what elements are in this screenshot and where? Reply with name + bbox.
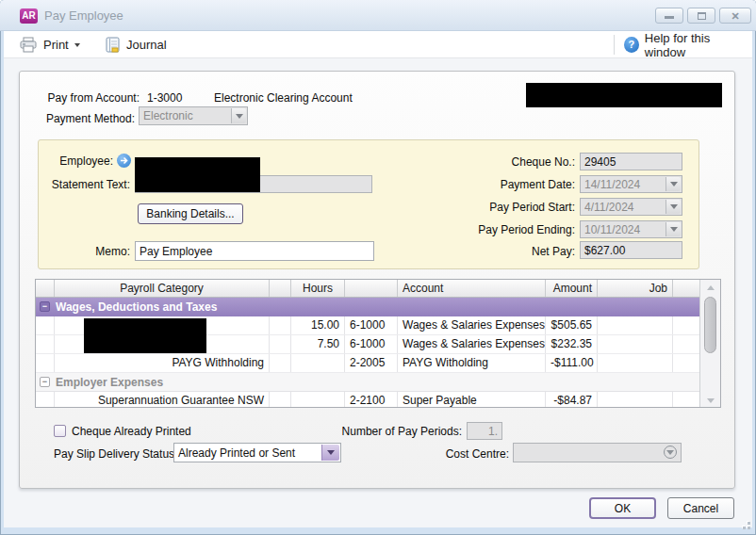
help-icon: ? [624,37,639,53]
close-icon: ✕ [731,10,739,22]
delivery-status-select[interactable]: Already Printed or Sent [173,443,341,462]
collapse-icon[interactable]: − [40,301,50,312]
delivery-status-dropdown-icon[interactable] [321,445,339,461]
employee-label: Employee: [28,154,113,168]
scrollbar-thumb[interactable] [704,297,716,353]
col-job[interactable]: Job [598,280,673,297]
payment-method-label: Payment Method: [28,112,135,125]
toolbar-separator [614,35,615,55]
window-title: Pay Employee [44,8,123,23]
toolbar: Print Journal ? Help for this window [4,31,752,58]
cost-centre-dropdown-icon [664,446,677,459]
journal-button[interactable]: Journal [98,33,173,57]
payment-date-label: Payment Date: [443,178,575,191]
pay-period-ending-dropdown-icon [666,222,681,236]
net-pay-field: $627.00 [580,241,682,259]
col-payroll-category[interactable]: Payroll Category [55,280,270,297]
resize-grip[interactable] [739,518,750,529]
banking-details-button[interactable]: Banking Details... [138,203,243,224]
payroll-table: Payroll Category Hours Account Amount Jo… [35,279,721,408]
payment-method-dropdown-icon [231,108,246,123]
cost-centre-field [513,443,682,462]
restore-icon [698,12,706,20]
help-label: Help for this window [645,31,747,59]
ok-button[interactable]: OK [589,497,656,519]
pay-period-start-field: 4/11/2024 [580,198,682,216]
col-spacer2 [673,280,699,297]
print-label: Print [43,38,69,52]
redaction-box-rows [84,318,206,353]
pay-employee-window: AR Pay Employee ✕ Print [0,0,756,535]
col-hours[interactable]: Hours [291,280,345,297]
memo-label: Memo: [28,245,130,258]
payment-date-dropdown-icon [666,177,681,191]
scroll-up-icon[interactable] [707,285,715,290]
net-pay-label: Net Pay: [443,245,575,258]
cost-centre-label: Cost Centre: [396,447,509,461]
col-amount[interactable]: Amount [546,280,598,297]
table-row[interactable]: Superannuation Guarantee NSW 2-2100 Supe… [36,392,699,408]
collapse-icon[interactable]: − [40,377,50,387]
title-bar[interactable]: AR Pay Employee ✕ [0,0,756,31]
cancel-button[interactable]: Cancel [667,497,734,519]
col-account[interactable]: Account [398,280,546,297]
table-row[interactable]: PAYG Withholding 2-2005 PAYG Witholding … [36,354,699,373]
journal-icon [104,37,121,53]
cheque-printed-label: Cheque Already Printed [72,425,191,438]
statement-text-label: Statement Text: [28,178,130,191]
print-button[interactable]: Print [13,33,86,57]
minimize-icon [665,16,674,19]
redaction-box-employee [135,157,260,192]
payment-date-field: 14/11/2024 [580,175,682,193]
memo-input[interactable]: Pay Employee [135,241,374,261]
cheque-printed-checkbox[interactable] [54,425,66,437]
print-dropdown-icon [74,43,80,47]
help-button[interactable]: ? Help for this window [618,33,752,57]
delivery-status-label: Pay Slip Delivery Status: [54,447,177,461]
printer-icon [19,37,38,53]
pay-periods-label: Number of Pay Periods: [320,425,462,438]
restore-button[interactable] [687,8,715,24]
journal-label: Journal [126,38,167,52]
app-logo-icon: AR [20,8,38,24]
redaction-box [526,83,722,107]
cheque-no-label: Cheque No.: [443,155,575,169]
col-spacer1 [270,280,291,297]
pay-period-start-label: Pay Period Start: [443,201,575,214]
payment-method-select: Electronic [139,106,248,125]
table-scrollbar[interactable] [699,280,721,408]
scroll-down-icon[interactable] [707,398,715,403]
group-row-wages[interactable]: − Wages, Deductions and Taxes [36,298,699,316]
account-code: 1-3000 [147,91,182,105]
table-header-row: Payroll Category Hours Account Amount Jo… [36,280,699,298]
pay-period-ending-label: Pay Period Ending: [443,223,575,236]
cheque-no-field: 29405 [580,153,682,170]
close-button[interactable]: ✕ [719,8,751,24]
pay-periods-field: 1. [467,422,502,440]
account-name: Electronic Clearing Account [214,91,353,105]
group-row-employer-expenses[interactable]: − Employer Expenses [36,373,699,392]
col-account-no [345,280,398,297]
col-rowhead [36,280,55,297]
employee-detail-arrow-icon[interactable] [117,154,131,168]
pay-period-start-dropdown-icon [666,200,681,214]
pay-period-ending-field: 10/11/2024 [580,220,682,238]
pay-from-account-label: Pay from Account: [28,91,140,105]
minimize-button[interactable] [655,8,683,24]
